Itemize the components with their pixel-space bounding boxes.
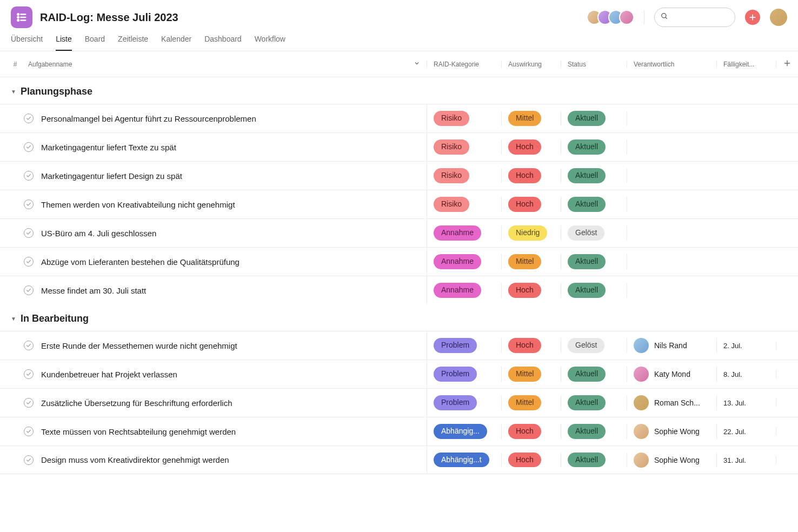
task-name[interactable]: Erste Runde der Messethemen wurde nicht …	[34, 331, 427, 360]
cell-cat[interactable]: Annahme	[427, 225, 502, 241]
tab-liste[interactable]: Liste	[56, 35, 72, 51]
task-name[interactable]: US-Büro am 4. Juli geschlossen	[34, 219, 427, 247]
col-num[interactable]: #	[0, 61, 19, 68]
table-row[interactable]: Marketingagentur liefert Design zu spätR…	[0, 161, 798, 190]
tab-workflow[interactable]: Workflow	[255, 35, 285, 51]
table-row[interactable]: Zusätzliche Übersetzung für Beschriftung…	[0, 388, 798, 417]
complete-checkbox[interactable]	[24, 398, 34, 408]
table-row[interactable]: US-Büro am 4. Juli geschlossenAnnahmeNie…	[0, 218, 798, 247]
user-avatar[interactable]	[770, 9, 787, 26]
tab-dashboard[interactable]: Dashboard	[204, 35, 242, 51]
complete-checkbox[interactable]	[24, 200, 34, 209]
cell-cat[interactable]: Annahme	[427, 254, 502, 269]
col-due[interactable]: Fälligkeit...	[717, 61, 776, 68]
cell-stat[interactable]: Aktuell	[561, 367, 627, 382]
cell-imp[interactable]: Hoch	[502, 338, 561, 353]
table-row[interactable]: Marketingagentur liefert Texte zu spätRi…	[0, 132, 798, 161]
cell-responsible[interactable]: Katy Mond	[627, 367, 717, 382]
task-name[interactable]: Marketingagentur liefert Texte zu spät	[34, 133, 427, 161]
tab-board[interactable]: Board	[85, 35, 105, 51]
table-row[interactable]: Erste Runde der Messethemen wurde nicht …	[0, 331, 798, 360]
col-impact[interactable]: Auswirkung	[502, 61, 561, 68]
cell-cat[interactable]: Risiko	[427, 168, 502, 183]
task-name[interactable]: Texte müssen von Rechtsabteilung genehmi…	[34, 417, 427, 445]
cell-stat[interactable]: Aktuell	[561, 254, 627, 269]
complete-checkbox[interactable]	[24, 341, 34, 350]
cell-imp[interactable]: Hoch	[502, 197, 561, 212]
table-row[interactable]: Personalmangel bei Agentur führt zu Ress…	[0, 104, 798, 132]
add-column-button[interactable]	[776, 59, 798, 69]
cell-stat[interactable]: Aktuell	[561, 139, 627, 155]
cell-stat[interactable]: Aktuell	[561, 283, 627, 298]
table-row[interactable]: Messe findet am 30. Juli stattAnnahmeHoc…	[0, 276, 798, 304]
cell-stat[interactable]: Aktuell	[561, 424, 627, 439]
cell-stat[interactable]: Gelöst	[561, 225, 627, 241]
complete-checkbox[interactable]	[24, 455, 34, 465]
task-name[interactable]: Abzüge vom Lieferanten bestehen die Qual…	[34, 248, 427, 276]
complete-checkbox[interactable]	[24, 114, 34, 123]
col-responsible[interactable]: Verantwortlich	[627, 61, 717, 68]
chevron-down-icon[interactable]	[414, 60, 420, 68]
cell-imp[interactable]: Mittel	[502, 254, 561, 269]
section-header[interactable]: ▼In Bearbeitung	[0, 304, 798, 331]
table-row[interactable]: Kundenbetreuer hat Projekt verlassenProb…	[0, 360, 798, 388]
cell-cat[interactable]: Annahme	[427, 283, 502, 298]
cell-stat[interactable]: Aktuell	[561, 395, 627, 410]
cell-imp[interactable]: Mittel	[502, 111, 561, 126]
cell-imp[interactable]: Mittel	[502, 395, 561, 410]
tab-zeitleiste[interactable]: Zeitleiste	[118, 35, 148, 51]
cell-due[interactable]: 8. Jul.	[717, 370, 776, 378]
add-button[interactable]	[745, 10, 760, 25]
complete-checkbox[interactable]	[24, 257, 34, 267]
cell-cat[interactable]: Problem	[427, 395, 502, 410]
task-name[interactable]: Themen werden von Kreativabteilung nicht…	[34, 190, 427, 218]
tab-übersicht[interactable]: Übersicht	[11, 35, 43, 51]
cell-stat[interactable]: Aktuell	[561, 197, 627, 212]
cell-stat[interactable]: Aktuell	[561, 111, 627, 126]
cell-cat[interactable]: Risiko	[427, 111, 502, 126]
project-title[interactable]: RAID-Log: Messe Juli 2023	[40, 11, 579, 24]
cell-imp[interactable]: Mittel	[502, 367, 561, 382]
cell-due[interactable]: 22. Jul.	[717, 427, 776, 436]
cell-cat[interactable]: Problem	[427, 338, 502, 353]
cell-cat[interactable]: Risiko	[427, 197, 502, 212]
task-name[interactable]: Kundenbetreuer hat Projekt verlassen	[34, 360, 427, 388]
search[interactable]	[654, 8, 735, 27]
section-header[interactable]: ▼Planungsphase	[0, 77, 798, 104]
complete-checkbox[interactable]	[24, 285, 34, 295]
complete-checkbox[interactable]	[24, 171, 34, 181]
complete-checkbox[interactable]	[24, 369, 34, 379]
cell-responsible[interactable]: Sophie Wong	[627, 453, 717, 468]
col-name[interactable]: Aufgabenname	[19, 60, 427, 68]
cell-imp[interactable]: Hoch	[502, 453, 561, 468]
cell-due[interactable]: 31. Jul.	[717, 456, 776, 464]
cell-stat[interactable]: Aktuell	[561, 168, 627, 183]
complete-checkbox[interactable]	[24, 228, 34, 238]
cell-cat[interactable]: Abhängig...	[427, 424, 502, 439]
cell-responsible[interactable]: Nils Rand	[627, 338, 717, 353]
cell-due[interactable]: 13. Jul.	[717, 398, 776, 407]
col-category[interactable]: RAID-Kategorie	[427, 61, 502, 68]
task-name[interactable]: Design muss vom Kreativdirektor genehmig…	[34, 446, 427, 474]
cell-responsible[interactable]: Sophie Wong	[627, 424, 717, 439]
cell-cat[interactable]: Risiko	[427, 139, 502, 155]
complete-checkbox[interactable]	[24, 142, 34, 152]
cell-cat[interactable]: Abhängig...t	[427, 453, 502, 468]
table-row[interactable]: Abzüge vom Lieferanten bestehen die Qual…	[0, 247, 798, 276]
cell-cat[interactable]: Problem	[427, 367, 502, 382]
tab-kalender[interactable]: Kalender	[161, 35, 191, 51]
cell-imp[interactable]: Hoch	[502, 283, 561, 298]
cell-responsible[interactable]: Roman Sch...	[627, 395, 717, 410]
cell-stat[interactable]: Gelöst	[561, 338, 627, 353]
task-name[interactable]: Messe findet am 30. Juli statt	[34, 276, 427, 304]
complete-checkbox[interactable]	[24, 427, 34, 436]
task-name[interactable]: Zusätzliche Übersetzung für Beschriftung…	[34, 389, 427, 417]
member-avatars[interactable]	[587, 10, 634, 25]
cell-due[interactable]: 2. Jul.	[717, 341, 776, 350]
cell-imp[interactable]: Niedrig	[502, 225, 561, 241]
table-row[interactable]: Themen werden von Kreativabteilung nicht…	[0, 190, 798, 218]
cell-stat[interactable]: Aktuell	[561, 453, 627, 468]
table-row[interactable]: Texte müssen von Rechtsabteilung genehmi…	[0, 417, 798, 445]
project-icon[interactable]	[11, 6, 32, 28]
cell-imp[interactable]: Hoch	[502, 139, 561, 155]
